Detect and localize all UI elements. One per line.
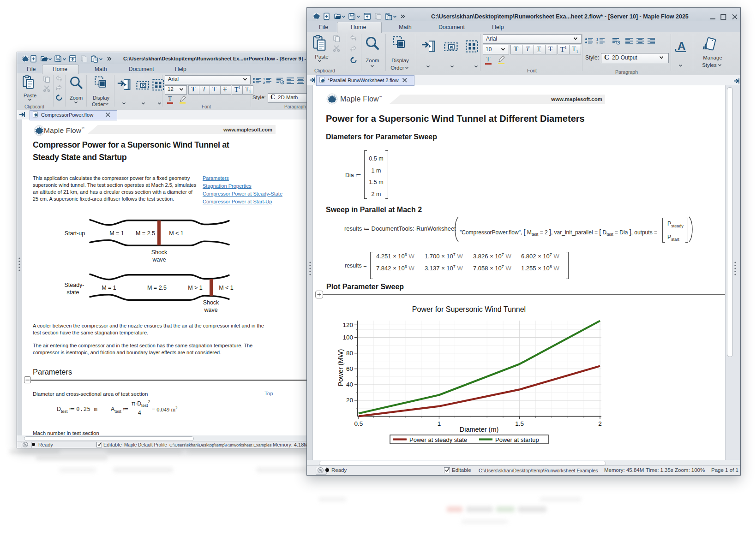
svg-text:1: 1 xyxy=(438,420,441,427)
svg-text:M = 1: M = 1 xyxy=(109,230,124,237)
svg-text:120: 120 xyxy=(342,322,353,328)
svg-text:M < 1: M < 1 xyxy=(219,285,234,291)
svg-text:wave: wave xyxy=(204,307,217,313)
svg-text:2: 2 xyxy=(598,420,602,427)
svg-text:1.5: 1.5 xyxy=(515,420,524,427)
svg-text:Power (MW): Power (MW) xyxy=(337,349,344,387)
svg-text:Shock: Shock xyxy=(151,249,168,256)
svg-text:40: 40 xyxy=(346,381,353,388)
svg-text:state: state xyxy=(66,289,79,296)
svg-text:Power at startup: Power at startup xyxy=(495,436,539,443)
svg-text:M = 2.5: M = 2.5 xyxy=(136,230,155,237)
svg-text:Shock: Shock xyxy=(203,299,219,306)
svg-text:0.5: 0.5 xyxy=(354,420,363,427)
svg-text:60: 60 xyxy=(346,365,353,372)
svg-text:Steady-: Steady- xyxy=(64,282,84,288)
svg-text:Diameter (m): Diameter (m) xyxy=(460,426,499,433)
svg-text:Start-up: Start-up xyxy=(65,230,85,237)
svg-text:M = 1: M = 1 xyxy=(102,285,116,291)
svg-text:Power at steady state: Power at steady state xyxy=(409,436,467,443)
svg-text:M > 1: M > 1 xyxy=(188,285,203,291)
svg-text:M < 1: M < 1 xyxy=(169,230,184,237)
svg-text:wave: wave xyxy=(152,256,166,263)
svg-text:100: 100 xyxy=(342,334,353,341)
svg-text:80: 80 xyxy=(346,350,353,357)
svg-text:M = 2.5: M = 2.5 xyxy=(147,285,167,291)
svg-text:Power for Supersonic Wind Tunn: Power for Supersonic Wind Tunnel xyxy=(412,305,526,313)
svg-text:20: 20 xyxy=(346,397,353,404)
